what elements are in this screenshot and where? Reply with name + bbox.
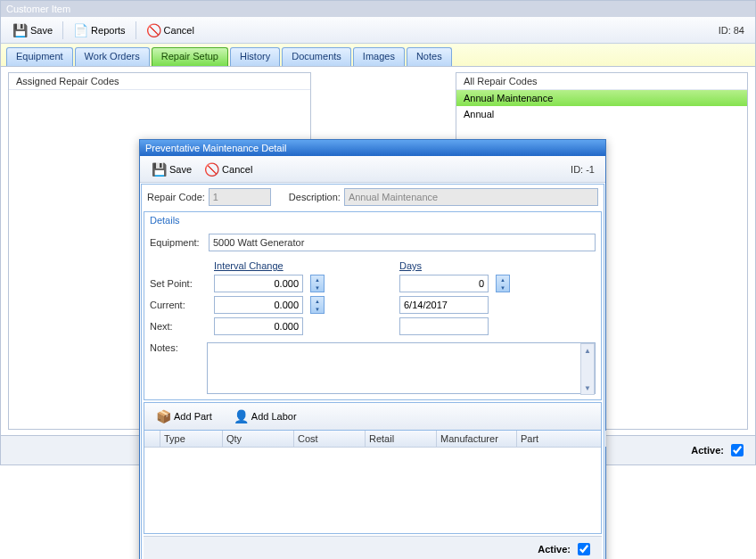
dialog-footer: Active:	[144, 536, 602, 559]
parts-body[interactable]	[144, 448, 601, 533]
toolbar: 💾 Save 📄 Reports 🚫 Cancel ID: 84	[1, 17, 755, 44]
parts-grid: Type Qty Cost Retail Manufacturer Part	[144, 431, 602, 534]
notes-scrollbar[interactable]: ▲ ▼	[580, 343, 595, 395]
dialog-save-button[interactable]: 💾 Save	[145, 160, 198, 179]
tabs-row: Equipment Work Orders Repair Setup Histo…	[1, 44, 755, 67]
person-icon: 👤	[234, 409, 248, 423]
save-icon: 💾	[12, 23, 27, 37]
tab-images[interactable]: Images	[353, 47, 405, 66]
col-interval: Interval Change	[214, 260, 332, 271]
dialog-save-label: Save	[169, 164, 192, 175]
pm-detail-dialog: Preventative Maintenance Detail 💾 Save 🚫…	[139, 139, 606, 559]
setpoint-days-spinner[interactable]: ▲▼	[496, 275, 510, 292]
details-group: Details Equipment: Interval Change Days …	[144, 211, 602, 400]
dialog-cancel-button[interactable]: 🚫 Cancel	[198, 160, 259, 179]
dialog-active-checkbox[interactable]	[578, 543, 590, 555]
reports-button[interactable]: 📄 Reports	[67, 21, 132, 40]
scroll-up-icon[interactable]: ▲	[581, 344, 594, 357]
window-title: Customer Item	[6, 4, 70, 14]
next-label: Next:	[150, 321, 207, 332]
col-days: Days	[399, 260, 517, 271]
active-label: Active:	[691, 445, 724, 456]
tab-notes[interactable]: Notes	[407, 47, 452, 66]
box-icon: 📦	[156, 409, 170, 423]
parts-header: Type Qty Cost Retail Manufacturer Part	[144, 431, 601, 448]
equipment-label: Equipment:	[150, 237, 203, 248]
window-title-bar: Customer Item	[1, 1, 755, 17]
dialog-toolbar: 💾 Save 🚫 Cancel ID: -1	[140, 156, 605, 183]
current-days-field[interactable]	[399, 296, 489, 314]
scroll-down-icon[interactable]: ▼	[581, 382, 594, 394]
current-interval-spinner[interactable]: ▲▼	[310, 296, 325, 314]
assigned-title: Assigned Repair Codes	[9, 73, 310, 90]
equipment-field	[209, 234, 596, 251]
dialog-cancel-label: Cancel	[222, 164, 252, 175]
col-manufacturer[interactable]: Manufacturer	[437, 431, 517, 447]
tab-work-orders[interactable]: Work Orders	[75, 47, 150, 66]
notes-label: Notes:	[150, 342, 200, 353]
dialog-id-label: ID: -1	[571, 164, 600, 175]
current-interval-field[interactable]	[214, 296, 303, 314]
description-field	[344, 188, 598, 206]
tab-repair-setup[interactable]: Repair Setup	[152, 47, 228, 66]
col-selector[interactable]	[144, 431, 160, 447]
cancel-icon: 🚫	[204, 162, 218, 177]
reports-icon: 📄	[73, 23, 87, 37]
current-label: Current:	[150, 300, 207, 310]
next-interval-field[interactable]	[214, 317, 303, 335]
add-part-label: Add Part	[174, 411, 212, 422]
cancel-icon: 🚫	[146, 23, 160, 37]
description-label: Description:	[289, 192, 341, 202]
setpoint-days-field[interactable]	[399, 275, 489, 292]
add-labor-button[interactable]: 👤 Add Labor	[227, 407, 303, 426]
dialog-body: Repair Code: Description: Details Equipm…	[141, 184, 604, 559]
active-checkbox[interactable]	[731, 444, 744, 456]
dialog-title-bar[interactable]: Preventative Maintenance Detail	[140, 140, 605, 156]
col-cost[interactable]: Cost	[294, 431, 366, 447]
save-label: Save	[30, 25, 53, 36]
dialog-active-label: Active:	[538, 544, 571, 555]
save-icon: 💾	[152, 162, 166, 177]
setpoint-interval-spinner[interactable]: ▲▼	[310, 275, 325, 292]
reports-label: Reports	[91, 25, 126, 36]
tab-history[interactable]: History	[230, 47, 280, 66]
add-part-button[interactable]: 📦 Add Part	[150, 407, 218, 426]
tab-documents[interactable]: Documents	[282, 47, 351, 66]
repair-code-field	[209, 188, 271, 206]
cancel-button[interactable]: 🚫 Cancel	[140, 21, 201, 40]
col-retail[interactable]: Retail	[366, 431, 437, 447]
col-part[interactable]: Part	[517, 431, 606, 447]
id-label: ID: 84	[719, 25, 750, 36]
details-title: Details	[144, 212, 601, 228]
col-type[interactable]: Type	[160, 431, 223, 447]
list-item[interactable]: Annual	[456, 106, 747, 122]
next-days-field[interactable]	[399, 317, 489, 335]
notes-field[interactable]	[207, 342, 596, 394]
cancel-label: Cancel	[164, 25, 194, 36]
all-title: All Repair Codes	[456, 73, 747, 90]
toolbar-separator	[136, 21, 136, 39]
setpoint-interval-field[interactable]	[214, 275, 303, 292]
list-item[interactable]: Annual Maintenance	[456, 90, 747, 106]
col-qty[interactable]: Qty	[223, 431, 294, 447]
parts-toolbar: 📦 Add Part 👤 Add Labor	[144, 402, 602, 431]
setpoint-label: Set Point:	[150, 278, 207, 289]
repair-code-label: Repair Code:	[147, 192, 205, 202]
dialog-title: Preventative Maintenance Detail	[145, 143, 286, 153]
tab-equipment[interactable]: Equipment	[6, 47, 73, 66]
toolbar-separator	[62, 21, 63, 39]
save-button[interactable]: 💾 Save	[6, 21, 59, 40]
add-labor-label: Add Labor	[251, 411, 297, 422]
